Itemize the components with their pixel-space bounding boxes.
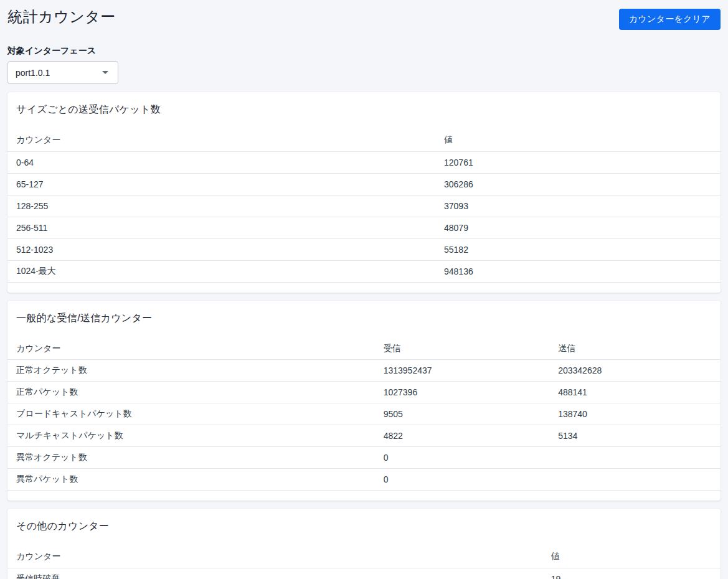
table-row: 0-64120761 — [7, 151, 721, 173]
card-general-rx-tx-counters: 一般的な受信/送信カウンター カウンター 受信 送信 正常オクテット数13139… — [7, 301, 721, 501]
column-header-counter: カウンター — [7, 129, 435, 151]
table-cell: 306286 — [435, 173, 721, 195]
other-counters-table: カウンター 値 受信時破棄19 — [7, 546, 721, 579]
table-cell: 0-64 — [7, 151, 435, 173]
table-row: 128-25537093 — [7, 195, 721, 217]
card-title: サイズごとの送受信パケット数 — [7, 102, 721, 129]
table-cell: 120761 — [435, 151, 721, 173]
table-cell: 948136 — [435, 260, 721, 282]
table-cell: 4822 — [375, 425, 550, 447]
table-cell: 正常オクテット数 — [7, 360, 375, 382]
interface-selector-section: 対象インターフェース port1.0.1 — [7, 45, 721, 84]
table-cell: 1027396 — [375, 382, 550, 403]
table-cell: 9505 — [375, 403, 550, 425]
interface-select[interactable]: port1.0.1 — [7, 61, 118, 84]
column-header-counter: カウンター — [7, 338, 375, 360]
table-cell: 異常パケット数 — [7, 469, 375, 491]
table-cell: 1024-最大 — [7, 260, 435, 282]
page-title: 統計カウンター — [7, 9, 116, 24]
column-header-counter: カウンター — [7, 546, 542, 568]
column-header-send: 送信 — [549, 338, 721, 360]
table-cell: 37093 — [435, 195, 721, 217]
column-header-value: 値 — [542, 546, 721, 568]
table-row: 異常オクテット数0 — [7, 447, 721, 469]
table-cell: 19 — [542, 568, 721, 579]
interface-select-label: 対象インターフェース — [7, 45, 721, 57]
table-cell: 55182 — [435, 238, 721, 260]
table-cell: マルチキャストパケット数 — [7, 425, 375, 447]
table-cell: 0 — [375, 469, 550, 491]
table-row: ブロードキャストパケット数9505138740 — [7, 403, 721, 425]
card-title: 一般的な受信/送信カウンター — [7, 311, 721, 338]
table-cell: 受信時破棄 — [7, 568, 542, 579]
table-cell: 1313952437 — [375, 360, 550, 382]
table-row: 受信時破棄19 — [7, 568, 721, 579]
table-header-row: カウンター 受信 送信 — [7, 338, 721, 360]
dropdown-arrow-icon — [102, 71, 108, 74]
interface-select-value: port1.0.1 — [16, 68, 50, 78]
table-cell: 65-127 — [7, 173, 435, 195]
table-cell: 138740 — [549, 403, 721, 425]
table-row: 正常パケット数1027396488141 — [7, 382, 721, 403]
card-packet-size-counters: サイズごとの送受信パケット数 カウンター 値 0-6412076165-1273… — [7, 92, 721, 293]
table-cell: 正常パケット数 — [7, 382, 375, 403]
table-cell: 488141 — [549, 382, 721, 403]
column-header-value: 値 — [435, 129, 721, 151]
table-cell: 異常オクテット数 — [7, 447, 375, 469]
table-cell: ブロードキャストパケット数 — [7, 403, 375, 425]
clear-counters-button[interactable]: カウンターをクリア — [619, 9, 721, 30]
table-cell: 48079 — [435, 217, 721, 238]
table-header-row: カウンター 値 — [7, 129, 721, 151]
table-cell: 128-255 — [7, 195, 435, 217]
table-cell: 512-1023 — [7, 238, 435, 260]
page: 統計カウンター カウンターをクリア 対象インターフェース port1.0.1 サ… — [0, 0, 728, 579]
table-cell: 256-511 — [7, 217, 435, 238]
card-title: その他のカウンター — [7, 519, 721, 546]
table-row: 65-127306286 — [7, 173, 721, 195]
table-row: 512-102355182 — [7, 238, 721, 260]
general-counters-table: カウンター 受信 送信 正常オクテット数1313952437203342628正… — [7, 338, 721, 491]
table-row: 正常オクテット数1313952437203342628 — [7, 360, 721, 382]
packet-size-table: カウンター 値 0-6412076165-127306286128-255370… — [7, 129, 721, 283]
table-header-row: カウンター 値 — [7, 546, 721, 568]
table-row: 1024-最大948136 — [7, 260, 721, 282]
table-row: 異常パケット数0 — [7, 469, 721, 491]
table-row: 256-51148079 — [7, 217, 721, 238]
table-cell: 5134 — [549, 425, 721, 447]
column-header-receive: 受信 — [375, 338, 550, 360]
table-cell: 203342628 — [549, 360, 721, 382]
table-row: マルチキャストパケット数48225134 — [7, 425, 721, 447]
table-cell — [549, 447, 721, 469]
table-cell: 0 — [375, 447, 550, 469]
table-cell — [549, 469, 721, 491]
card-other-counters: その他のカウンター カウンター 値 受信時破棄19 — [7, 509, 721, 579]
page-header: 統計カウンター カウンターをクリア — [7, 9, 721, 30]
